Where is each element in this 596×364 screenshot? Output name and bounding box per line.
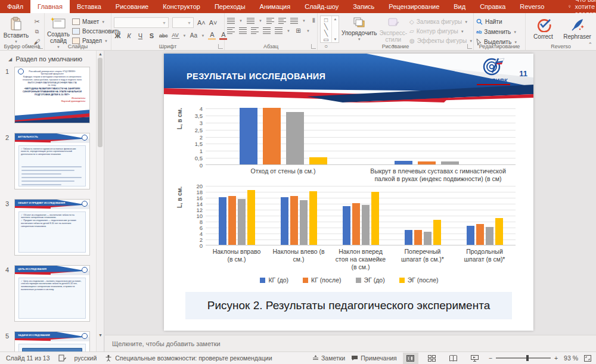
ribbon-tab-рецензирование[interactable]: Рецензирование	[381, 0, 446, 13]
bar-ЭГ (до)[interactable]	[362, 205, 370, 245]
bar-КГ (до)[interactable]	[343, 206, 350, 245]
italic-button[interactable]: К	[125, 32, 133, 39]
ribbon-tab-файл[interactable]: Файл	[0, 0, 30, 13]
ribbon-tab-справка[interactable]: Справка	[473, 0, 513, 13]
zoom-slider[interactable]: − +	[489, 354, 558, 362]
language-button[interactable]: русский	[74, 354, 97, 362]
bar-ЭГ (до)[interactable]	[441, 161, 459, 164]
bar-ЭГ (до)[interactable]	[486, 227, 493, 245]
bar-КГ (после)[interactable]	[476, 224, 484, 245]
collapse-ribbon-icon[interactable]: ⌃	[588, 42, 592, 48]
bar-ЭГ (до)[interactable]	[424, 232, 432, 245]
shape-glyph-icon[interactable]: ╲	[322, 30, 330, 36]
zoom-track[interactable]	[496, 357, 551, 359]
smartart-convert-icon[interactable]: ⊞	[294, 27, 302, 34]
bar-ЭГ (после)[interactable]	[433, 220, 441, 245]
scroll-down-icon[interactable]: ▼	[98, 333, 103, 337]
grow-font-button[interactable]: А˄	[197, 19, 206, 26]
section-header[interactable]: ◢ Раздел по умолчанию	[0, 51, 104, 65]
zoom-percentage[interactable]: 93 %	[564, 354, 578, 362]
arrange-button[interactable]: Упорядочить ▼	[342, 15, 377, 41]
font-dialog-launcher[interactable]	[218, 44, 223, 49]
line-spacing-icon[interactable]	[290, 18, 298, 24]
justify-icon[interactable]	[263, 27, 271, 34]
thumbnail-card[interactable]: Российский университет спорта «ГЦОЛИФК»Т…	[14, 67, 90, 123]
notes-toggle-button[interactable]: Заметки	[312, 354, 345, 362]
increase-indent-icon[interactable]	[278, 18, 286, 24]
bar-КГ (до)[interactable]	[395, 161, 412, 164]
copy-icon[interactable]: ⧉	[32, 27, 42, 36]
thumbnail-card[interactable]: ЗАДАЧИ ИССЛЕДОВАНИЙ	[14, 331, 90, 351]
thumbnail-scrollbar[interactable]: ▲ ▼	[96, 51, 104, 351]
paste-button[interactable]: Вставить ▼	[2, 15, 30, 43]
shape-glyph-icon[interactable]: ╲	[322, 23, 330, 30]
decrease-indent-icon[interactable]	[266, 18, 274, 24]
slide-thumbnail-4[interactable]: 4ЦЕЛЬ ИССЛЕДОВАНИЯ✓ Цель исследования – …	[0, 265, 95, 322]
slide-canvas[interactable]: РЕЗУЛЬТАТЫ ИССЛЕДОВАНИЯ ГЦОЛИФК	[164, 54, 533, 331]
bar-КГ (после)[interactable]	[352, 203, 360, 245]
bar-ЭГ (до)[interactable]	[300, 200, 308, 245]
slide-thumbnail-3[interactable]: 3ОБЪЕКТ И ПРЕДМЕТ ИССЛЕДОВАНИЯ✓ Объект и…	[0, 199, 95, 256]
bar-ЭГ (после)[interactable]	[309, 157, 327, 164]
ribbon-tab-переходы[interactable]: Переходы	[207, 0, 253, 13]
scroll-up-icon[interactable]: ▲	[98, 52, 103, 56]
slide-thumbnail-1[interactable]: 1Российский университет спорта «ГЦОЛИФК»…	[0, 67, 95, 123]
bar-КГ (после)[interactable]	[263, 108, 281, 164]
accessibility-status[interactable]: Специальные возможности: проверьте реком…	[105, 354, 272, 362]
ribbon-tab-слайд-шоу[interactable]: Слайд-шоу	[297, 0, 346, 13]
ribbon-tab-конструктор[interactable]: Конструктор	[156, 0, 207, 13]
thumbnail-card[interactable]: АКТУАЛЬНОСТЬ✓ Гибкость является одним из…	[14, 133, 90, 189]
text-direction-icon[interactable]: ⫴	[310, 17, 318, 24]
bar-КГ (после)[interactable]	[228, 196, 236, 245]
ribbon-tab-анимация[interactable]: Анимация	[253, 0, 298, 13]
find-button[interactable]: Найти	[476, 17, 517, 26]
normal-view-button[interactable]	[403, 353, 418, 364]
section-collapse-icon[interactable]: ◢	[8, 57, 12, 62]
bar-КГ (до)[interactable]	[219, 197, 226, 245]
zoom-in-button[interactable]: +	[554, 354, 558, 362]
ribbon-tab-главная[interactable]: Главная	[30, 0, 70, 13]
shape-glyph-icon[interactable]: ▭	[322, 36, 330, 43]
thumbnail-card[interactable]: ОБЪЕКТ И ПРЕДМЕТ ИССЛЕДОВАНИЯ✓ Объект ис…	[14, 199, 90, 256]
slideshow-view-button[interactable]	[467, 353, 483, 364]
bar-ЭГ (после)[interactable]	[495, 218, 503, 245]
bar-ЭГ (до)[interactable]	[238, 199, 246, 245]
reading-view-button[interactable]	[446, 353, 461, 364]
drawing-dialog-launcher[interactable]	[467, 44, 472, 49]
reverso-correct-button[interactable]: Correct	[528, 15, 558, 40]
ribbon-tab-рисование[interactable]: Рисование	[108, 0, 156, 13]
comments-toggle-button[interactable]: Примечания	[351, 354, 397, 362]
align-center-icon[interactable]	[239, 27, 247, 34]
clipboard-dialog-launcher[interactable]	[38, 44, 43, 49]
bar-ЭГ (после)[interactable]	[371, 192, 379, 245]
reverso-rephraser-button[interactable]: Rephraser	[561, 15, 594, 40]
slide-thumbnail-5[interactable]: 5ЗАДАЧИ ИССЛЕДОВАНИЙ	[0, 331, 95, 351]
numbering-icon[interactable]	[247, 18, 254, 24]
paragraph-dialog-launcher[interactable]	[311, 44, 316, 49]
chart-flexibility-wall[interactable]: L, в см.00,511,522,533,54Отход от стены …	[181, 108, 518, 181]
ribbon-tab-reverso[interactable]: Reverso	[513, 0, 551, 13]
bar-КГ (после)[interactable]	[290, 196, 298, 245]
bar-ЭГ (после)[interactable]	[309, 191, 317, 245]
shapes-gallery[interactable]: □╲╲▭○▭△⌐⇨⇩◠✎⌒{}☆▲▼	[320, 15, 339, 43]
zoom-out-button[interactable]: −	[489, 354, 492, 362]
bullets-icon[interactable]	[227, 18, 235, 24]
align-right-icon[interactable]	[251, 27, 259, 34]
chart-flexibility-tests[interactable]: L, в см.02468101214161820Наклоны вправо …	[181, 186, 518, 287]
scrollbar-thumb[interactable]	[98, 58, 103, 147]
slide-title[interactable]: РЕЗУЛЬТАТЫ ИССЛЕДОВАНИЯ	[187, 71, 325, 81]
slide-thumbnail-2[interactable]: 2АКТУАЛЬНОСТЬ✓ Гибкость является одним и…	[0, 133, 95, 189]
change-case-button[interactable]: Aa	[190, 32, 197, 39]
display-settings-icon[interactable]	[58, 354, 66, 362]
align-left-icon[interactable]	[227, 27, 235, 34]
zoom-thumb[interactable]	[526, 355, 529, 361]
bar-КГ (до)[interactable]	[240, 108, 257, 164]
bar-КГ (после)[interactable]	[414, 230, 422, 245]
bold-button[interactable]: Ж	[114, 32, 122, 39]
slide-header-banner[interactable]: РЕЗУЛЬТАТЫ ИССЛЕДОВАНИЯ ГЦОЛИФК	[164, 54, 533, 102]
strikethrough-button[interactable]: abc	[159, 33, 168, 39]
bar-КГ (до)[interactable]	[405, 230, 412, 245]
shadow-button[interactable]: S	[148, 32, 156, 39]
figure-caption[interactable]: Рисунок 2. Результаты педагогического эк…	[185, 292, 512, 319]
char-spacing-button[interactable]: AV	[172, 32, 179, 39]
